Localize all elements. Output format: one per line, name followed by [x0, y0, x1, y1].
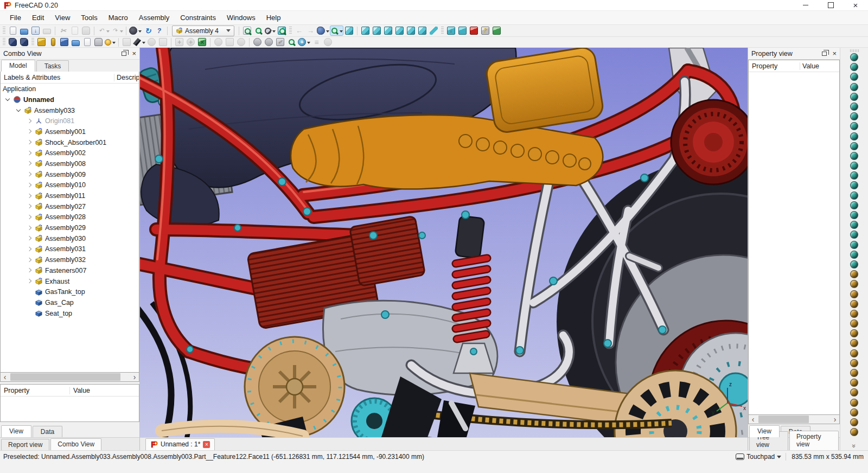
value-column-header[interactable]: Value — [70, 387, 139, 394]
tab-combo-view[interactable]: Combo View — [50, 438, 101, 450]
teal-fastener-icon[interactable] — [850, 260, 858, 269]
toolbar-grip[interactable] — [289, 27, 292, 35]
tab-view[interactable]: View — [1, 425, 31, 437]
chevron-right-icon[interactable] — [25, 160, 34, 168]
menu-macro[interactable]: Macro — [103, 12, 133, 23]
undo-button[interactable] — [97, 25, 110, 36]
teal-fastener-icon[interactable] — [850, 162, 858, 170]
orbit-style-button[interactable] — [316, 25, 330, 36]
chevron-right-icon[interactable] — [25, 245, 34, 253]
gold-fastener-icon[interactable] — [850, 388, 858, 397]
clip-tool-button[interactable] — [235, 37, 247, 47]
chevron-down-icon[interactable] — [15, 107, 23, 114]
teal-fastener-icon[interactable] — [850, 93, 858, 101]
view-right-button[interactable] — [382, 25, 394, 36]
parts-list-button[interactable] — [311, 37, 322, 47]
teal-fastener-icon[interactable] — [850, 241, 858, 249]
chevron-right-icon[interactable] — [25, 181, 34, 189]
gold-fastener-icon[interactable] — [850, 270, 858, 278]
tab-model[interactable]: Model — [1, 60, 35, 72]
gold-fastener-icon[interactable] — [850, 310, 858, 318]
gold-fastener-icon[interactable] — [850, 379, 858, 387]
assembly-stop-button[interactable] — [468, 25, 480, 36]
insert-fastener-button[interactable] — [47, 37, 59, 47]
toolbar-grip[interactable] — [441, 27, 444, 35]
tab-report-view[interactable]: Report view — [1, 439, 49, 450]
gold-fastener-icon[interactable] — [850, 329, 858, 337]
insert-shape-button[interactable] — [59, 37, 70, 47]
teal-fastener-icon[interactable] — [850, 181, 858, 189]
menu-constraints[interactable]: Constraints — [175, 12, 221, 23]
tree-item-assembly032[interactable]: Assembly032 — [1, 254, 139, 265]
spring-tool-button[interactable] — [224, 37, 235, 47]
close-document-icon[interactable] — [203, 441, 210, 448]
delete-constraint-button[interactable] — [196, 37, 208, 47]
document-tab-unnamed[interactable]: Unnamed : 1* — [145, 438, 215, 450]
tree-item-assembly030[interactable]: Assembly030 — [1, 233, 139, 244]
axis-align-button[interactable] — [263, 37, 275, 47]
chain-link-button[interactable] — [322, 37, 334, 47]
teal-fastener-icon[interactable] — [850, 231, 858, 239]
assembly-update-button[interactable] — [457, 25, 468, 36]
measure-distance-button[interactable] — [428, 25, 439, 36]
chevron-right-icon[interactable] — [25, 203, 34, 210]
circlip-tool-button[interactable] — [213, 37, 224, 47]
tree-item-assembly009[interactable]: Assembly009 — [1, 169, 139, 180]
tree-item-seat-top[interactable]: Seat_top — [1, 308, 139, 319]
tree-item-fasteners007[interactable]: Fasteners007 — [1, 265, 139, 276]
whatsthis-button[interactable] — [154, 25, 165, 36]
maximize-button[interactable] — [818, 0, 843, 10]
value-column-header[interactable]: Value — [800, 62, 839, 70]
property-column-header[interactable]: Property — [1, 387, 70, 394]
draw-style-button[interactable] — [264, 25, 276, 36]
view-front-button[interactable] — [360, 25, 371, 36]
minimize-button[interactable] — [793, 0, 818, 10]
flip-vertical-button[interactable] — [18, 37, 30, 47]
new-file-button[interactable] — [7, 25, 18, 36]
smart-attach-button[interactable] — [104, 37, 116, 47]
nav-back-button[interactable] — [293, 25, 305, 36]
gold-fastener-icon[interactable] — [850, 349, 858, 357]
insert-part-button[interactable] — [36, 37, 47, 47]
open-shape-button[interactable] — [70, 37, 81, 47]
explode-button[interactable] — [185, 37, 196, 47]
chevron-right-icon[interactable] — [25, 117, 34, 125]
chevron-right-icon[interactable] — [25, 267, 34, 274]
gold-fastener-icon[interactable] — [850, 319, 858, 328]
view-left-button[interactable] — [417, 25, 428, 36]
tree-item-assembly028[interactable]: Assembly028 — [1, 212, 139, 223]
tab-property-view[interactable]: Property view — [789, 431, 839, 450]
gold-fastener-icon[interactable] — [850, 399, 858, 407]
close-button[interactable] — [843, 0, 868, 10]
teal-fastener-icon[interactable] — [850, 201, 858, 209]
import-datum-button[interactable] — [81, 37, 93, 47]
gold-fastener-icon[interactable] — [850, 300, 858, 308]
scroll-right-icon[interactable] — [130, 373, 139, 381]
center-align-button[interactable] — [252, 37, 263, 47]
gold-fastener-icon[interactable] — [850, 290, 858, 298]
float-panel-icon[interactable] — [122, 52, 126, 56]
scroll-right-icon[interactable] — [831, 415, 839, 424]
tree-item-exhaust[interactable]: Exhaust — [1, 276, 139, 287]
tree-item-unnamed[interactable]: Unnamed — [1, 94, 139, 105]
chevron-right-icon[interactable] — [25, 139, 34, 146]
teal-fastener-icon[interactable] — [850, 63, 858, 71]
menu-file[interactable]: File — [4, 12, 27, 23]
chevron-down-icon[interactable] — [4, 96, 12, 104]
tree-item-assembly029[interactable]: Assembly029 — [1, 222, 139, 233]
teal-fastener-icon[interactable] — [850, 142, 858, 150]
nav-style-selector[interactable]: Touchpad — [736, 453, 781, 461]
tree-item-application[interactable]: Application — [1, 84, 139, 94]
tree-horizontal-scrollbar[interactable] — [0, 373, 139, 382]
chevron-right-icon[interactable] — [25, 149, 34, 157]
flip-horizontal-button[interactable] — [7, 37, 18, 47]
gold-fastener-icon[interactable] — [850, 418, 858, 426]
save-button[interactable] — [30, 25, 41, 36]
view-top-button[interactable] — [371, 25, 382, 36]
property-horizontal-scrollbar[interactable] — [748, 415, 840, 424]
property-column-header[interactable]: Property — [749, 62, 800, 70]
close-panel-icon[interactable] — [132, 50, 136, 57]
add-variant-button[interactable] — [297, 37, 311, 47]
chevron-right-icon[interactable] — [25, 171, 34, 178]
scrollbar-thumb[interactable] — [10, 373, 120, 381]
